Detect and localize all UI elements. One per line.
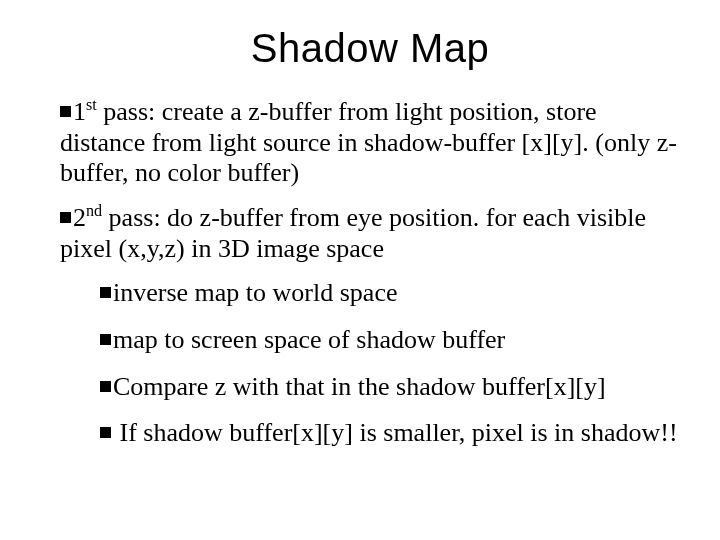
sub-bullet-shadow-check: If shadow buffer[x][y] is smaller, pixel… <box>100 418 680 449</box>
sub-bullet-compare-z: Compare z with that in the shadow buffer… <box>100 372 680 403</box>
bullet-icon <box>100 334 111 345</box>
slide: Shadow Map 1st pass: create a z-buffer f… <box>0 0 720 540</box>
text: 2 <box>73 203 86 232</box>
sub-bullet-inverse-map: inverse map to world space <box>100 278 680 309</box>
bullet-icon <box>100 381 111 392</box>
bullet-icon <box>60 212 71 223</box>
text: Compare z with that in the shadow buffer… <box>113 372 606 401</box>
ordinal-suffix: nd <box>86 202 102 219</box>
text: 1 <box>73 97 86 126</box>
bullet-icon <box>60 106 71 117</box>
ordinal-suffix: st <box>86 96 97 113</box>
bullet-icon <box>100 287 111 298</box>
bullet-pass-1: 1st pass: create a z-buffer from light p… <box>60 97 680 189</box>
text: pass: do z-buffer from eye position. for… <box>60 203 646 263</box>
bullet-icon <box>100 427 111 438</box>
sub-bullet-list: inverse map to world space map to screen… <box>100 278 680 449</box>
text: pass: create a z-buffer from light posit… <box>60 97 677 187</box>
text: inverse map to world space <box>113 278 397 307</box>
text: If shadow buffer[x][y] is smaller, pixel… <box>113 418 678 447</box>
slide-title: Shadow Map <box>60 26 680 71</box>
sub-bullet-map-screen: map to screen space of shadow buffer <box>100 325 680 356</box>
bullet-pass-2: 2nd pass: do z-buffer from eye position.… <box>60 203 680 264</box>
text: map to screen space of shadow buffer <box>113 325 505 354</box>
